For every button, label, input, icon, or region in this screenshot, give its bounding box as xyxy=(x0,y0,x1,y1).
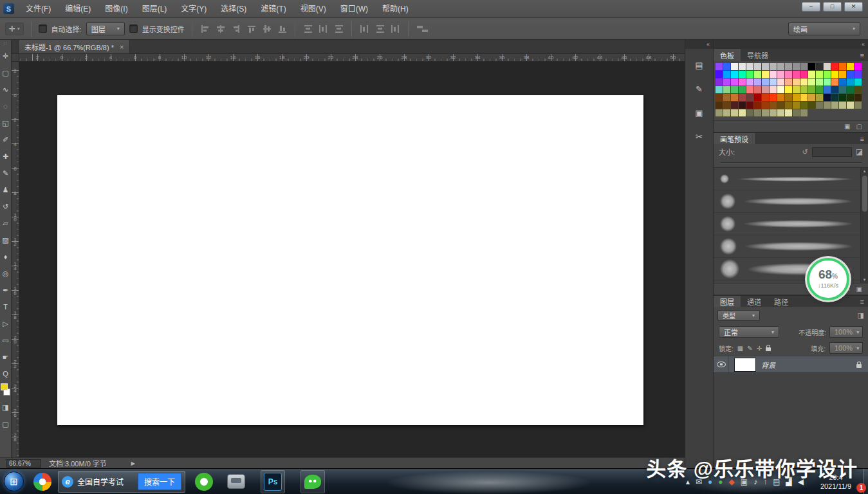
color-swatch[interactable] xyxy=(854,102,862,109)
color-swatch[interactable] xyxy=(739,102,746,109)
color-swatch[interactable] xyxy=(762,63,769,70)
color-swatch[interactable] xyxy=(739,78,746,86)
color-swatch[interactable] xyxy=(824,94,831,101)
brush-preset-row[interactable] xyxy=(714,190,860,213)
color-swatch[interactable] xyxy=(839,86,846,93)
close-tab-icon[interactable]: × xyxy=(120,43,124,51)
color-swatch[interactable] xyxy=(816,78,823,86)
menu-item[interactable]: 选择(S) xyxy=(214,0,254,18)
color-swatch[interactable] xyxy=(839,71,846,78)
color-swatch[interactable] xyxy=(716,63,723,70)
color-swatch[interactable] xyxy=(777,102,784,109)
distribute-left-edges-icon[interactable] xyxy=(359,24,370,34)
color-swatch[interactable] xyxy=(723,102,730,109)
search-button[interactable]: 搜索一下 xyxy=(138,473,181,490)
color-swatch[interactable] xyxy=(762,78,769,86)
color-swatch[interactable] xyxy=(777,109,784,116)
color-swatch[interactable] xyxy=(754,78,761,86)
color-swatch[interactable] xyxy=(723,63,730,70)
lock-position-icon[interactable]: ✛ xyxy=(757,345,762,352)
color-swatch[interactable] xyxy=(847,71,854,78)
tab-paths[interactable]: 路径 xyxy=(768,296,795,307)
color-swatch[interactable] xyxy=(770,63,777,70)
color-swatch[interactable] xyxy=(770,71,777,78)
color-swatch[interactable] xyxy=(808,63,815,70)
color-swatch[interactable] xyxy=(831,94,838,101)
color-swatch[interactable] xyxy=(793,63,800,70)
color-swatch[interactable] xyxy=(762,109,769,116)
color-swatch[interactable] xyxy=(831,78,838,86)
pen-tool[interactable]: ✒ xyxy=(0,282,12,298)
color-swatch[interactable] xyxy=(831,63,838,70)
healing-brush-tool[interactable]: ✚ xyxy=(0,148,12,165)
tab-navigator[interactable]: 导航器 xyxy=(741,49,775,61)
color-swatch[interactable] xyxy=(723,71,730,78)
color-swatch[interactable] xyxy=(716,86,723,93)
minimize-button[interactable]: – xyxy=(802,2,820,12)
scrollbar-thumb[interactable] xyxy=(862,176,867,212)
color-swatch[interactable] xyxy=(739,86,746,93)
color-swatch[interactable] xyxy=(808,71,815,78)
color-swatch[interactable] xyxy=(847,94,854,101)
color-swatch[interactable] xyxy=(793,102,800,109)
color-swatch[interactable] xyxy=(800,71,808,78)
color-swatch[interactable] xyxy=(793,71,800,78)
delete-swatch-icon[interactable]: ▢ xyxy=(856,123,862,130)
color-swatch[interactable] xyxy=(746,63,753,70)
color-swatch[interactable] xyxy=(808,78,815,86)
filtering-toggle-icon[interactable]: ◨ xyxy=(858,311,864,320)
color-swatch[interactable] xyxy=(716,102,723,109)
align-vertical-centers-icon[interactable] xyxy=(261,24,272,34)
color-swatch[interactable] xyxy=(800,78,808,86)
layer-thumbnail[interactable] xyxy=(734,358,756,372)
color-swatch[interactable] xyxy=(816,102,823,109)
color-swatch[interactable] xyxy=(824,63,831,70)
wechat-taskbar-button[interactable] xyxy=(300,470,325,493)
document-tab[interactable]: 未标题-1 @ 66.7%(RGB/8) * × xyxy=(18,39,130,53)
marquee-tool[interactable]: ▢ xyxy=(0,64,12,81)
color-swatch[interactable] xyxy=(839,94,846,101)
color-swatch[interactable] xyxy=(716,109,723,116)
color-swatch[interactable] xyxy=(731,94,738,101)
panel-menu-icon[interactable]: ≡ xyxy=(860,296,868,307)
color-swatch[interactable] xyxy=(723,94,730,101)
zoom-tool[interactable]: Q xyxy=(0,365,12,382)
color-swatch[interactable] xyxy=(723,109,730,116)
lock-all-icon[interactable] xyxy=(766,347,771,351)
quick-selection-tool[interactable]: ◌ xyxy=(0,98,12,114)
hand-tool[interactable]: ☛ xyxy=(0,349,12,365)
status-options-arrow-icon[interactable]: ▶ xyxy=(131,461,135,466)
maximize-button[interactable]: □ xyxy=(823,2,842,12)
color-swatch[interactable] xyxy=(746,94,753,101)
align-right-edges-icon[interactable] xyxy=(230,24,241,34)
color-swatch[interactable] xyxy=(777,94,784,101)
download-progress-badge[interactable]: 68% ↓116K/s xyxy=(807,258,849,300)
color-swatch[interactable] xyxy=(723,86,730,93)
color-swatch[interactable] xyxy=(839,63,846,70)
tab-brush-presets[interactable]: 画笔预设 xyxy=(714,133,755,144)
foreground-color-swatch[interactable] xyxy=(1,383,8,390)
brush-preset-row[interactable] xyxy=(714,213,860,235)
color-swatch[interactable] xyxy=(785,109,792,116)
fill-dropdown[interactable]: 100% ▾ xyxy=(829,342,863,354)
layer-visibility-cell[interactable] xyxy=(714,356,729,372)
quick-mask-button[interactable]: ◨ xyxy=(0,399,12,416)
color-swatch[interactable] xyxy=(731,109,738,116)
move-tool[interactable]: ✛ xyxy=(0,48,12,64)
layer-filter-type-dropdown[interactable]: 类型 ▾ xyxy=(717,310,760,321)
color-swatch[interactable] xyxy=(762,94,769,101)
system-app-taskbar-icon[interactable] xyxy=(227,474,245,489)
color-swatch[interactable] xyxy=(777,86,784,93)
gradient-tool[interactable]: ▨ xyxy=(0,232,12,248)
blend-mode-dropdown[interactable]: 正常 ▾ xyxy=(719,326,779,338)
color-swatch[interactable] xyxy=(808,86,815,93)
color-swatch[interactable] xyxy=(824,102,831,109)
align-left-edges-icon[interactable] xyxy=(199,24,210,34)
color-swatch[interactable] xyxy=(854,86,862,93)
preset-manager-icon[interactable]: ▣ xyxy=(856,286,862,293)
shape-tool[interactable]: ▭ xyxy=(0,332,12,349)
color-swatch[interactable] xyxy=(847,78,854,86)
menu-item[interactable]: 视图(V) xyxy=(293,0,333,18)
color-swatch[interactable] xyxy=(739,94,746,101)
lock-transparent-pixels-icon[interactable]: ▦ xyxy=(737,345,743,352)
